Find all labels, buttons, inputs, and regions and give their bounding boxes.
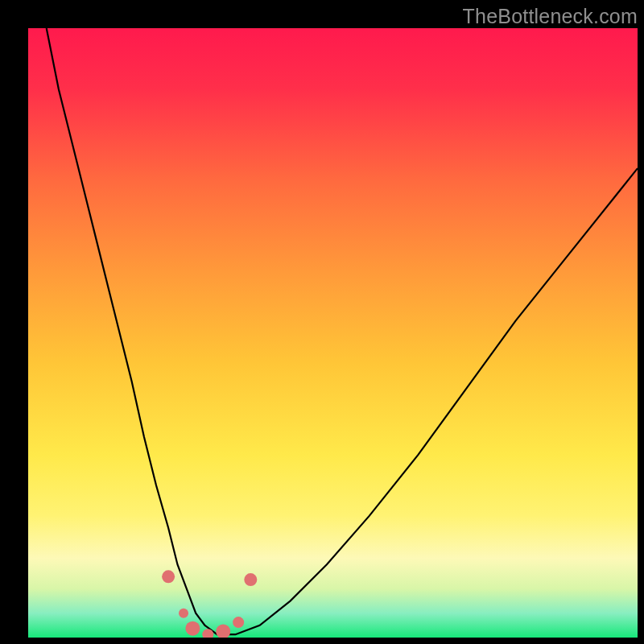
marker-dot xyxy=(179,609,188,618)
marker-dot xyxy=(185,621,200,636)
bottleneck-chart xyxy=(28,28,638,638)
marker-dot xyxy=(244,573,257,586)
watermark-text: TheBottleneck.com xyxy=(463,5,638,28)
chart-container xyxy=(28,28,638,638)
marker-dot xyxy=(162,570,175,583)
marker-dot xyxy=(233,617,244,628)
